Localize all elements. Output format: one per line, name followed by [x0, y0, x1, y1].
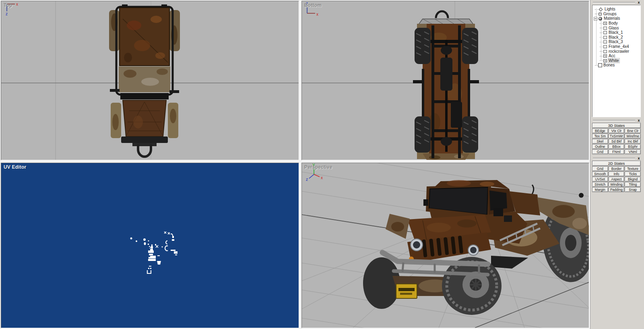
jeep-perspective-view [363, 180, 589, 315]
tree-item-label: Frame_4x4 [608, 44, 630, 49]
viewport-uv-editor[interactable]: UV Editor [1, 163, 299, 328]
states-2d-header-button[interactable]: 2D States [592, 161, 641, 166]
light-icon [599, 7, 603, 11]
application-window: Top [0, 0, 644, 329]
2d-state-button-smooth[interactable]: Smooth [592, 172, 608, 176]
material-icon [603, 27, 607, 30]
tree-item-rockcrawler[interactable]: rockcrawler [592, 49, 640, 54]
material-icon [603, 31, 607, 34]
scene-tree-grip[interactable]: x [592, 1, 641, 4]
side-panel: x LightsGroupsMaterialsBodyGlassBlack_1B… [590, 0, 644, 329]
2d-state-button-ticks[interactable]: Ticks [625, 172, 641, 176]
2d-state-button-stretch[interactable]: Stretch [592, 182, 608, 187]
3d-state-button-txsmwr[interactable]: TxSmWr [609, 134, 625, 139]
bones-icon [599, 64, 602, 67]
axis-x-label: x [16, 2, 18, 6]
tree-item-label: Black_1 [608, 30, 623, 35]
3d-state-button-sd-bkf[interactable]: Sd Bkf [609, 139, 625, 144]
collapse-icon[interactable] [594, 17, 597, 21]
2d-state-button-snap[interactable]: Snap [625, 187, 641, 192]
tree-item-black_1[interactable]: Black_1 [592, 30, 640, 35]
axis-z-label: z [6, 12, 8, 16]
2d-state-button-bkgnd[interactable]: Bkgnd [625, 177, 641, 182]
tree-item-acc[interactable]: Acc [592, 54, 640, 58]
close-scene-tree-icon[interactable]: x [637, 0, 641, 4]
2d-state-button-padding[interactable]: Padding [609, 187, 625, 192]
3d-state-button-bbox[interactable]: BBox [609, 144, 625, 149]
tree-item-label: Glass [608, 26, 619, 30]
viewport-top[interactable]: Top [1, 1, 299, 160]
tree-item-label: Acc [608, 54, 616, 58]
tree-item-frame_4x4[interactable]: Frame_4x4 [592, 44, 640, 49]
viewport-bottom[interactable]: Bottom [301, 1, 589, 160]
tree-item-white[interactable]: White [592, 58, 640, 63]
material-icon [603, 50, 607, 53]
3d-state-button-wirefme[interactable]: Wirefme [625, 134, 641, 139]
tree-item-groups[interactable]: Groups [592, 12, 640, 17]
3d-state-button-tex-sm[interactable]: Tex Sm [592, 134, 608, 139]
3d-state-button-outlne[interactable]: Outlne [592, 144, 608, 149]
tree-item-black_2[interactable]: Black_2 [592, 35, 640, 40]
3d-state-button-fnml[interactable]: FNml [609, 149, 625, 154]
texture-material-icon [603, 59, 607, 62]
3d-state-button-vnml[interactable]: VNml [625, 149, 641, 154]
grip-handle[interactable] [593, 2, 635, 3]
tree-item-glass[interactable]: Glass [592, 25, 640, 30]
material-icon [603, 40, 607, 43]
tree-item-label: Groups [603, 12, 617, 16]
2d-state-button-info[interactable]: Info [609, 172, 625, 176]
2d-state-button-winding[interactable]: Winding [609, 182, 625, 187]
top-view-canvas [1, 1, 299, 160]
grip-handle[interactable] [593, 120, 635, 121]
jeep-bottom-view [413, 11, 479, 160]
2d-state-button-uvset[interactable]: UVSet [592, 177, 608, 182]
3d-state-button-bedge[interactable]: BEdge [592, 128, 608, 133]
tree-item-materials[interactable]: Materials [592, 16, 640, 21]
tree-item-label: Body [608, 21, 618, 25]
2d-state-button-border[interactable]: Border [609, 166, 625, 171]
states-2d-grip[interactable]: x [592, 157, 641, 160]
2d-state-button-tiling[interactable]: Tiling [625, 182, 641, 187]
texture-material-icon [603, 22, 607, 25]
tree-item-bones[interactable]: Bones [592, 63, 640, 68]
texture-material-icon [603, 54, 607, 58]
states-3d-grip[interactable]: x [592, 119, 641, 122]
axis-x-label: x [316, 12, 318, 17]
tree-item-label: Black_3 [608, 39, 623, 44]
3d-state-button-inc-bkf[interactable]: Inc Bkf [625, 139, 641, 144]
3d-state-button-grid[interactable]: Grid [592, 149, 608, 154]
tree-item-label: White [608, 58, 619, 63]
2d-state-button-aspect[interactable]: Aspect [609, 177, 625, 182]
2d-state-button-margin[interactable]: Margin [592, 187, 608, 192]
tree-item-body[interactable]: Body [592, 21, 640, 26]
states-3d-grid: BEdgeVtx ClrBne ClrTex SmTxSmWrWirefmeSk… [592, 128, 641, 154]
viewport-bottom-label: Bottom [304, 2, 322, 8]
3d-state-button-vtx-clr[interactable]: Vtx Clr [609, 128, 625, 133]
bottom-view-canvas [302, 1, 589, 160]
viewport-uv-label: UV Editor [4, 164, 26, 170]
tree-item-black_3[interactable]: Black_3 [592, 39, 640, 44]
states-2d-grid: GridBorderTextureSmoothInfoTicksUVSetAsp… [592, 166, 641, 192]
3d-state-button-bne-clr[interactable]: Bne Clr [625, 128, 641, 133]
3d-state-button-bsphr[interactable]: BSphr [625, 144, 641, 149]
viewport-perspective[interactable]: Perspective [301, 163, 589, 328]
3d-state-button-skel[interactable]: Skel [592, 139, 608, 144]
grip-handle[interactable] [593, 158, 635, 159]
2d-state-button-grid[interactable]: Grid [592, 166, 608, 171]
tree-item-label: Bones [603, 63, 615, 67]
tree-item-lights[interactable]: Lights [592, 7, 640, 12]
materials-icon [599, 17, 602, 21]
axis-z-label: z [306, 177, 308, 181]
close-3d-states-icon[interactable]: x [637, 118, 641, 122]
group-icon [599, 12, 602, 16]
tree-item-label: Materials [603, 16, 621, 21]
tree-item-label: Lights [604, 7, 616, 11]
states-3d-header-button[interactable]: 3D States [592, 123, 641, 128]
2d-state-button-texture[interactable]: Texture [625, 166, 641, 171]
perspective-canvas [302, 163, 589, 328]
viewport-top-label: Top [4, 2, 12, 8]
scene-tree: LightsGroupsMaterialsBodyGlassBlack_1Bla… [592, 5, 641, 117]
tree-item-label: rockcrawler [608, 49, 630, 54]
axis-x-label: x [321, 176, 323, 180]
close-2d-states-icon[interactable]: x [637, 156, 641, 160]
